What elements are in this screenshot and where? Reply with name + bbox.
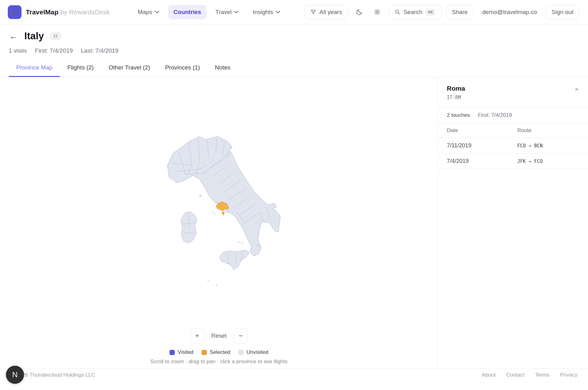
- country-stats: 1 visits First: 7/4/2019 Last: 7/4/2019: [9, 47, 579, 54]
- top-navigation: TravelMap by RewardsDesk Maps Countries …: [0, 0, 588, 24]
- year-filter-button[interactable]: All years: [304, 5, 348, 19]
- share-button[interactable]: Share: [446, 5, 474, 19]
- footer-link-privacy[interactable]: Privacy: [560, 372, 577, 378]
- sardinia-island[interactable]: [181, 212, 197, 243]
- search-button[interactable]: Search ⌘K: [389, 5, 442, 19]
- map-reset-button[interactable]: Reset: [210, 332, 228, 339]
- tab-provinces[interactable]: Provinces (1): [158, 59, 208, 77]
- country-header: ← Italy IT 1 visits First: 7/4/2019 Last…: [0, 24, 588, 54]
- legend-item-unvisited: Unvisited: [238, 349, 268, 355]
- touch-first-date: First: 7/4/2019: [478, 112, 512, 118]
- province-code: IT-RM: [447, 95, 579, 100]
- map-hint-text: Scroll to zoom · drag to pan · click a p…: [0, 359, 438, 365]
- tab-notes[interactable]: Notes: [208, 59, 238, 77]
- page-footer: © 2026 Thundercloud Holdings LLC About C…: [0, 369, 588, 381]
- footer-links: About Contact Terms Privacy: [482, 372, 577, 378]
- tab-other-travel[interactable]: Other Travel (2): [101, 59, 158, 77]
- italy-province-map[interactable]: [167, 134, 285, 290]
- sicily-island[interactable]: [220, 250, 249, 270]
- touch-count: 2 touches: [447, 112, 470, 118]
- flight-route: FCO → BCN: [517, 143, 543, 149]
- table-row[interactable]: 7/11/2019 FCO → BCN: [438, 138, 588, 154]
- flight-date: 7/11/2019: [447, 142, 517, 149]
- notification-badge[interactable]: N: [6, 366, 24, 384]
- back-button[interactable]: ←: [9, 32, 18, 40]
- nav-actions: All years Search ⌘K Share demo@travelmap…: [304, 5, 579, 19]
- flights-table-header: Date Route: [438, 123, 588, 138]
- gear-icon: [374, 8, 381, 16]
- footer-link-about[interactable]: About: [482, 372, 495, 378]
- tab-flights[interactable]: Flights (2): [60, 59, 101, 77]
- paper-plane-icon: [11, 8, 19, 16]
- footer-link-contact[interactable]: Contact: [506, 372, 524, 378]
- travelmap-logo[interactable]: [8, 5, 22, 19]
- pelagie-island: [216, 285, 217, 286]
- aeolian-island: [242, 243, 243, 244]
- legend-item-visited: Visited: [170, 349, 194, 355]
- footer-link-terms[interactable]: Terms: [535, 372, 549, 378]
- tab-bar: Province Map Flights (2) Other Travel (2…: [0, 59, 588, 77]
- pantelleria-island: [208, 280, 208, 281]
- search-shortcut-kbd: ⌘K: [425, 9, 436, 16]
- brand-text: TravelMap by RewardsDesk: [26, 8, 110, 16]
- selected-swatch: [202, 350, 207, 355]
- table-row[interactable]: 7/4/2019 JFK → FCO: [438, 154, 588, 169]
- chevron-down-icon: [155, 11, 159, 13]
- province-touch-stats: 2 touches First: 7/4/2019: [438, 107, 588, 123]
- small-island: [212, 212, 213, 213]
- legend-item-selected: Selected: [202, 349, 230, 355]
- moon-icon: [356, 9, 363, 16]
- brand-name: TravelMap: [26, 8, 59, 16]
- visited-swatch: [170, 350, 175, 355]
- search-icon: [394, 9, 400, 15]
- brand-byline: by RewardsDesk: [60, 8, 110, 16]
- country-code-badge: IT: [50, 32, 61, 40]
- chevron-down-icon: [234, 11, 238, 13]
- page-title: Italy: [24, 31, 44, 42]
- flight-date: 7/4/2019: [447, 158, 517, 164]
- zoom-out-button[interactable]: −: [233, 328, 248, 344]
- dark-mode-toggle[interactable]: [352, 5, 366, 19]
- signout-button[interactable]: Sign out: [546, 5, 579, 19]
- flight-route: JFK → FCO: [517, 159, 543, 164]
- map-legend: Visited Selected Unvisited: [0, 349, 438, 355]
- filter-funnel-icon: [310, 9, 316, 15]
- last-visit-date: Last: 7/4/2019: [81, 47, 118, 54]
- settings-button[interactable]: [370, 5, 384, 19]
- account-email: demo@travelmap.co: [482, 9, 537, 16]
- nav-item-insights[interactable]: Insights: [247, 5, 285, 19]
- map-zoom-controls: + Reset −: [0, 328, 438, 344]
- main-nav: Maps Countries Travel Insights: [132, 5, 286, 19]
- zoom-in-button[interactable]: +: [190, 328, 204, 344]
- province-name: Roma: [447, 85, 579, 92]
- nav-item-countries[interactable]: Countries: [168, 5, 207, 19]
- flights-table: Date Route 7/11/2019 FCO → BCN 7/4/2019 …: [438, 123, 588, 169]
- tab-province-map[interactable]: Province Map: [9, 59, 60, 77]
- close-icon[interactable]: ×: [575, 86, 579, 93]
- elba-island: [199, 195, 201, 197]
- visits-count: 1 visits: [9, 47, 27, 54]
- unvisited-swatch: [238, 350, 244, 355]
- aeolian-island: [238, 241, 239, 242]
- province-detail-panel: Roma IT-RM × 2 touches First: 7/4/2019 D…: [438, 77, 588, 369]
- first-visit-date: First: 7/4/2019: [35, 47, 73, 54]
- small-island: [215, 214, 216, 215]
- province-map-canvas[interactable]: + Reset − Visited Selected Unvisited Scr…: [0, 77, 438, 369]
- nav-item-maps[interactable]: Maps: [132, 5, 165, 19]
- nav-item-travel[interactable]: Travel: [210, 5, 244, 19]
- chevron-down-icon: [276, 11, 280, 13]
